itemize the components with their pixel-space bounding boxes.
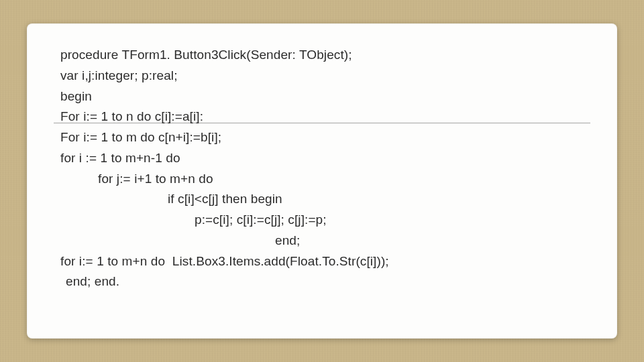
- code-line-8: if c[i]<c[j] then begin: [60, 189, 584, 210]
- code-line-4: For i:= 1 to n do c[i]:=a[i]:: [60, 107, 584, 127]
- code-line-11: for i:= 1 to m+n do List.Box3.Items.add(…: [60, 251, 584, 272]
- code-line-12: end; end.: [60, 272, 584, 292]
- code-line-2: var i,j:integer; p:real;: [60, 66, 584, 86]
- code-line-6: for i := 1 to m+n-1 do: [60, 148, 584, 169]
- slide-card: procedure TForm1. Button3Click(Sender: T…: [27, 23, 617, 339]
- code-line-7: for j:= i+1 to m+n do: [60, 169, 584, 190]
- code-line-10: end;: [60, 231, 584, 251]
- code-line-9: p:=c[i]; c[i]:=c[j]; c[j]:=p;: [60, 210, 584, 231]
- code-line-3: begin: [60, 86, 584, 107]
- code-line-1: procedure TForm1. Button3Click(Sender: T…: [60, 45, 584, 66]
- code-line-5: For i:= 1 to m do c[n+i]:=b[i];: [60, 127, 584, 148]
